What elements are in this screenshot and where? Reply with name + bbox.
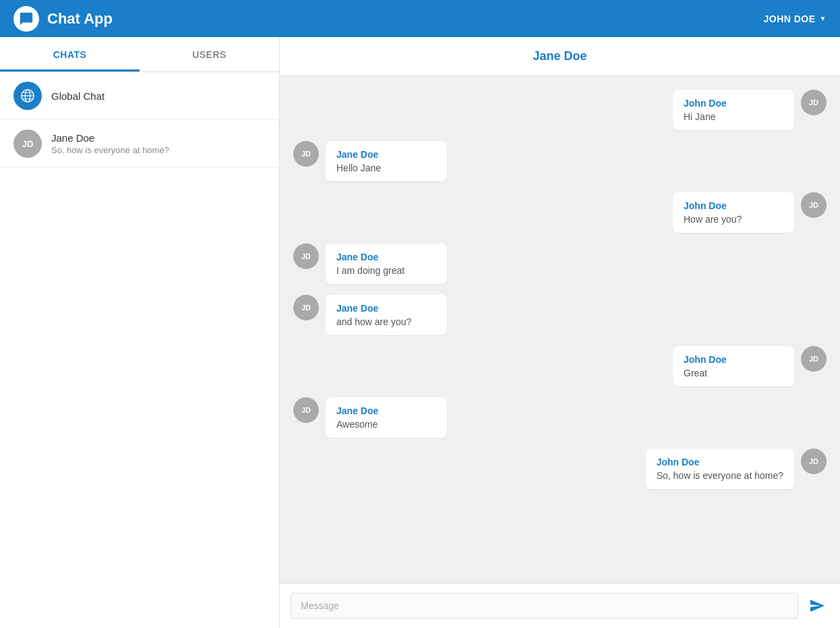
message-input[interactable] xyxy=(291,593,798,619)
send-icon xyxy=(809,598,825,614)
sidebar-list: Global Chat JD Jane Doe So, how is every… xyxy=(0,72,279,628)
message-bubble-2: Jane Doe Hello Jane xyxy=(326,141,447,181)
message-bubble-7: Jane Doe Awesome xyxy=(326,397,447,438)
message-row-1: JD John Doe Hi Jane xyxy=(293,90,827,130)
app-title: Chat App xyxy=(47,10,113,28)
message-sender-2: Jane Doe xyxy=(336,149,436,160)
message-text-4: I am doing great xyxy=(336,265,436,276)
app-header: Chat App JOHN DOE ▼ xyxy=(0,0,840,37)
message-avatar-3: JD xyxy=(801,192,827,218)
message-bubble-4: Jane Doe I am doing great xyxy=(326,244,447,284)
jane-doe-info: Jane Doe So, how is everyone at home? xyxy=(51,132,266,155)
message-sender-8: John Doe xyxy=(657,457,783,467)
chat-input-area xyxy=(280,583,840,628)
message-avatar-6: JD xyxy=(801,346,827,372)
message-avatar-4: JD xyxy=(293,244,319,269)
chat-title: Jane Doe xyxy=(533,49,587,63)
global-chat-name: Global Chat xyxy=(51,90,266,102)
message-avatar-7: JD xyxy=(293,397,319,423)
username-label: JOHN DOE xyxy=(763,13,815,24)
jane-doe-avatar: JD xyxy=(13,130,42,158)
chat-messages: JD John Doe Hi Jane JD Jane Doe Hello Ja… xyxy=(280,76,840,583)
send-button[interactable] xyxy=(805,594,829,618)
message-avatar-8: JD xyxy=(801,449,827,474)
sidebar-item-global-chat[interactable]: Global Chat xyxy=(0,72,279,120)
message-sender-1: John Doe xyxy=(684,98,783,109)
header-left: Chat App xyxy=(13,6,113,32)
global-chat-avatar xyxy=(13,82,42,110)
global-chat-info: Global Chat xyxy=(51,90,266,102)
dropdown-caret: ▼ xyxy=(820,15,827,22)
message-row-8: JD John Doe So, how is everyone at home? xyxy=(293,449,827,489)
message-row-5: JD Jane Doe and how are you? xyxy=(293,295,827,335)
message-row-7: JD Jane Doe Awesome xyxy=(293,397,827,438)
message-row-3: JD John Doe How are you? xyxy=(293,192,827,233)
jane-doe-name: Jane Doe xyxy=(51,132,266,144)
message-bubble-3: John Doe How are you? xyxy=(673,192,794,233)
chat-area: Jane Doe JD John Doe Hi Jane JD Jane Doe… xyxy=(280,37,840,628)
message-sender-3: John Doe xyxy=(684,200,783,211)
message-bubble-8: John Doe So, how is everyone at home? xyxy=(646,449,794,489)
message-sender-7: Jane Doe xyxy=(336,405,436,416)
message-sender-4: Jane Doe xyxy=(336,252,436,262)
user-menu[interactable]: JOHN DOE ▼ xyxy=(763,13,827,24)
message-text-7: Awesome xyxy=(336,419,436,430)
message-text-6: Great xyxy=(684,368,783,378)
message-text-1: Hi Jane xyxy=(684,111,783,122)
message-avatar-5: JD xyxy=(293,295,319,320)
message-text-8: So, how is everyone at home? xyxy=(657,470,783,481)
message-bubble-6: John Doe Great xyxy=(673,346,794,387)
jane-doe-preview: So, how is everyone at home? xyxy=(51,145,266,155)
message-bubble-5: Jane Doe and how are you? xyxy=(326,295,447,335)
message-text-3: How are you? xyxy=(684,214,783,225)
sidebar: CHATS USERS Global Chat xyxy=(0,37,280,628)
message-sender-6: John Doe xyxy=(684,354,783,365)
app-logo xyxy=(13,6,39,32)
message-row-6: JD John Doe Great xyxy=(293,346,827,387)
message-text-5: and how are you? xyxy=(336,316,436,327)
message-avatar-1: JD xyxy=(801,90,827,115)
message-row-2: JD Jane Doe Hello Jane xyxy=(293,141,827,181)
message-avatar-2: JD xyxy=(293,141,319,167)
sidebar-item-jane-doe[interactable]: JD Jane Doe So, how is everyone at home? xyxy=(0,120,279,168)
message-text-2: Hello Jane xyxy=(336,163,436,173)
sidebar-tabs: CHATS USERS xyxy=(0,37,279,72)
message-bubble-1: John Doe Hi Jane xyxy=(673,90,794,130)
message-sender-5: Jane Doe xyxy=(336,303,436,314)
chat-header: Jane Doe xyxy=(280,37,840,76)
tab-users[interactable]: USERS xyxy=(140,37,279,72)
main-layout: CHATS USERS Global Chat xyxy=(0,37,840,628)
tab-chats[interactable]: CHATS xyxy=(0,37,140,72)
message-row-4: JD Jane Doe I am doing great xyxy=(293,244,827,284)
